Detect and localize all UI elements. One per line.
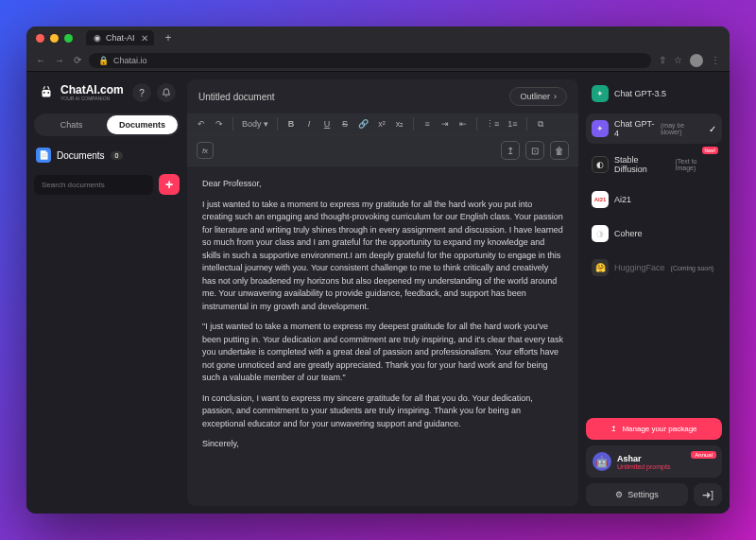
traffic-lights: [36, 34, 73, 43]
help-button[interactable]: ?: [132, 83, 151, 102]
close-tab-icon[interactable]: ✕: [141, 33, 148, 44]
style-select[interactable]: Body ▾: [242, 119, 268, 129]
reload-icon[interactable]: ⟳: [74, 55, 81, 65]
chevron-right-icon: ›: [554, 92, 557, 101]
redo-icon[interactable]: ↷: [215, 119, 224, 129]
favicon: ◉: [94, 33, 101, 43]
subscript-icon[interactable]: x₂: [395, 119, 404, 129]
share-icon[interactable]: ⇧: [659, 55, 666, 65]
url-input[interactable]: 🔒 Chatai.io: [89, 53, 651, 68]
bold-icon[interactable]: B: [286, 119, 296, 129]
ai21-icon: AI21: [592, 191, 609, 208]
model-gpt35[interactable]: ✦ Chat GPT-3.5: [586, 79, 722, 108]
brand-logo[interactable]: ChatAI.com YOUR AI COMPANION ?: [34, 79, 180, 106]
gpt35-icon: ✦: [592, 85, 609, 102]
gear-icon: ⚙: [615, 490, 623, 499]
documents-count: 0: [111, 151, 124, 160]
menu-icon[interactable]: ⋮: [711, 55, 720, 65]
download-button[interactable]: ⊡: [525, 141, 544, 160]
svg-point-2: [47, 92, 49, 94]
superscript-icon[interactable]: x²: [377, 119, 387, 129]
model-huggingface: 🤗 HuggingFace (Coming soon): [586, 253, 722, 282]
outdent-icon[interactable]: ⇤: [458, 119, 468, 129]
robot-icon: [38, 84, 55, 101]
add-document-button[interactable]: +: [159, 174, 180, 195]
upload-button[interactable]: ↥: [501, 141, 520, 160]
indent-icon[interactable]: ⇥: [440, 119, 450, 129]
browser-window: ◉ Chat-AI ✕ + ← → ⟳ 🔒 Chatai.io ⇧ ☆ ⋮: [26, 26, 730, 514]
hf-icon: 🤗: [592, 259, 609, 276]
bell-icon: [162, 88, 171, 97]
check-icon: ✓: [709, 124, 716, 134]
right-sidebar: ✦ Chat GPT-3.5 ✦ Chat GPT-4 (may be slow…: [578, 72, 730, 514]
back-icon[interactable]: ←: [36, 55, 45, 65]
editor-panel: Untitled document Outliner › ↶ ↷ Body ▾ …: [187, 79, 578, 506]
logout-icon: ➜]: [702, 489, 713, 501]
minimize-window[interactable]: [50, 34, 59, 43]
nav-controls: ← → ⟳: [36, 55, 81, 65]
address-bar: ← → ⟳ 🔒 Chatai.io ⇧ ☆ ⋮: [26, 49, 730, 72]
strike-icon[interactable]: S: [340, 119, 350, 129]
app-body: ChatAI.com YOUR AI COMPANION ? Chats Doc…: [26, 72, 730, 514]
para: "I just wanted to take a moment to expre…: [202, 321, 563, 385]
document-body[interactable]: Dear Professor, I just wanted to take a …: [187, 166, 578, 506]
tab-title: Chat-AI: [106, 33, 135, 43]
close-window[interactable]: [36, 34, 44, 43]
maximize-window[interactable]: [64, 34, 73, 43]
documents-icon: 📄: [36, 148, 51, 163]
tab-chats[interactable]: Chats: [36, 115, 107, 134]
forward-icon[interactable]: →: [55, 55, 64, 65]
new-tab-button[interactable]: +: [165, 31, 172, 44]
user-card[interactable]: 🤖 Ashar Unlimited prompts Annual: [586, 445, 722, 478]
user-avatar-icon: 🤖: [593, 452, 611, 471]
manage-package-button[interactable]: ↥ Manage your package: [586, 418, 722, 440]
upload-icon: ↥: [610, 425, 617, 433]
settings-button[interactable]: ⚙ Settings: [586, 483, 688, 506]
svg-rect-0: [43, 90, 51, 97]
model-stable-diffusion[interactable]: ◐ Stable Diffusion (Text to Image) New!: [586, 149, 722, 180]
model-cohere[interactable]: ◑ Cohere: [586, 219, 722, 248]
sidebar-tabs: Chats Documents: [34, 113, 180, 136]
url-text: Chatai.io: [113, 56, 147, 65]
delete-button[interactable]: 🗑: [550, 141, 569, 160]
browser-tab[interactable]: ◉ Chat-AI ✕: [86, 30, 154, 45]
left-sidebar: ChatAI.com YOUR AI COMPANION ? Chats Doc…: [26, 72, 187, 514]
numbered-list-icon[interactable]: 1≡: [507, 119, 517, 129]
para: In conclusion, I want to express my sinc…: [202, 392, 563, 431]
documents-section-header: 📄 Documents 0: [34, 144, 180, 166]
logout-button[interactable]: ➜]: [694, 483, 722, 506]
model-ai21[interactable]: AI21 Ai21: [586, 185, 722, 214]
user-plan: Unlimited prompts: [617, 463, 670, 470]
document-title[interactable]: Untitled document: [198, 92, 502, 102]
underline-icon[interactable]: U: [322, 119, 332, 129]
plan-badge: Annual: [691, 451, 716, 459]
sd-icon: ◐: [592, 156, 609, 173]
tab-documents[interactable]: Documents: [107, 115, 178, 134]
titlebar: ◉ Chat-AI ✕ +: [26, 26, 730, 49]
bulleted-list-icon[interactable]: ⋮≡: [486, 119, 499, 129]
italic-icon[interactable]: I: [304, 119, 314, 129]
para: Dear Professor,: [202, 178, 563, 191]
editor-toolbar-2: fx ↥ ⊡ 🗑: [187, 135, 578, 166]
lock-icon: 🔒: [98, 56, 109, 65]
brand-name: ChatAI.com: [60, 84, 124, 96]
new-badge: New!: [702, 147, 718, 154]
model-gpt4[interactable]: ✦ Chat GPT-4 (may be slower) ✓: [586, 113, 722, 144]
profile-avatar[interactable]: [690, 54, 703, 67]
cohere-icon: ◑: [592, 225, 609, 242]
outliner-button[interactable]: Outliner ›: [509, 87, 567, 106]
notifications-button[interactable]: [157, 83, 176, 102]
align-icon[interactable]: ≡: [422, 119, 432, 129]
copy-icon[interactable]: ⧉: [536, 119, 545, 130]
undo-icon[interactable]: ↶: [197, 119, 206, 129]
para: I just wanted to take a moment to expres…: [202, 199, 563, 314]
bookmark-icon[interactable]: ☆: [674, 55, 682, 65]
search-input[interactable]: [34, 175, 153, 195]
fx-button[interactable]: fx: [197, 142, 214, 159]
editor-toolbar: ↶ ↷ Body ▾ B I U S 🔗 x² x₂ ≡ ⇥ ⇤ ⋮≡ 1≡: [187, 113, 578, 135]
section-label: Documents: [57, 150, 105, 161]
user-name: Ashar: [617, 454, 670, 463]
gpt4-icon: ✦: [592, 120, 609, 137]
link-icon[interactable]: 🔗: [358, 119, 369, 129]
svg-point-1: [43, 92, 45, 94]
